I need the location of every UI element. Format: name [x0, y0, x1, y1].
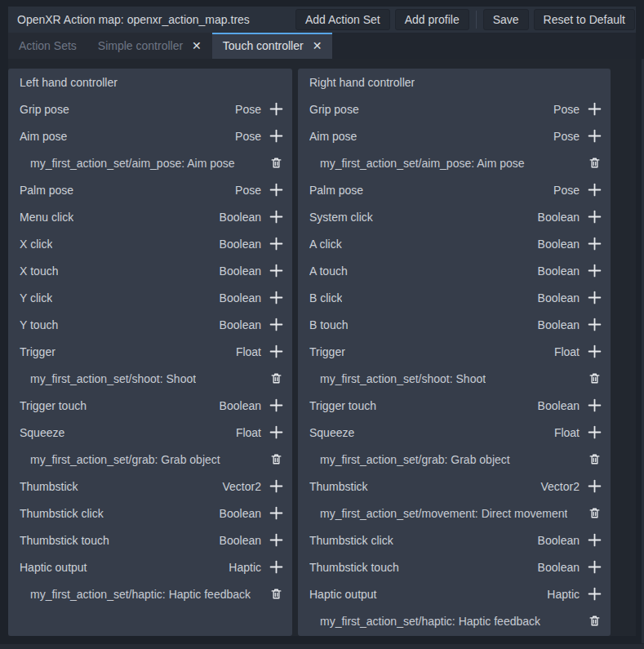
close-tab-icon[interactable]: ✕	[192, 40, 202, 51]
plus-icon	[588, 102, 602, 116]
add-binding-button[interactable]	[584, 234, 604, 254]
add-binding-button[interactable]	[584, 180, 604, 200]
action-type-label: Boolean	[538, 211, 580, 224]
action-type-label: Boolean	[538, 561, 580, 574]
action-row: ThumbstickVector2	[298, 473, 611, 500]
binding-label: my_first_action_set/haptic: Haptic feedb…	[30, 588, 251, 601]
panel-title-row: Right hand controller	[298, 69, 611, 96]
plus-icon	[588, 183, 602, 197]
remove-binding-button[interactable]	[584, 504, 604, 523]
add-binding-button[interactable]	[266, 234, 286, 254]
action-row: Y touchBoolean	[8, 311, 292, 338]
plus-icon	[588, 318, 602, 331]
action-row: Haptic outputHaptic	[298, 580, 611, 607]
remove-binding-button[interactable]	[266, 153, 286, 173]
action-label: A touch	[309, 264, 348, 278]
add-binding-button[interactable]	[584, 477, 604, 496]
action-type-label: Haptic	[547, 588, 580, 601]
remove-binding-button[interactable]	[266, 450, 286, 469]
add-binding-button[interactable]	[584, 585, 604, 604]
add-binding-button[interactable]	[584, 342, 604, 362]
remove-binding-button[interactable]	[266, 585, 286, 604]
add-binding-button[interactable]	[266, 207, 286, 227]
action-row: SqueezeFloat	[298, 419, 611, 446]
add-binding-button[interactable]	[266, 558, 286, 577]
add-binding-button[interactable]	[266, 342, 286, 362]
save-button[interactable]: Save	[483, 9, 529, 30]
action-type-label: Boolean	[538, 318, 580, 331]
action-label: Trigger	[309, 345, 345, 358]
action-type-label: Float	[236, 345, 261, 358]
binding-label: my_first_action_set/shoot: Shoot	[320, 372, 486, 385]
plus-icon	[269, 237, 283, 251]
add-binding-button[interactable]	[584, 100, 604, 119]
remove-binding-button[interactable]	[266, 369, 286, 389]
action-row: A clickBoolean	[298, 230, 611, 257]
add-binding-button[interactable]	[266, 396, 286, 416]
add-binding-button[interactable]	[584, 423, 604, 442]
add-binding-button[interactable]	[266, 288, 286, 308]
action-row: Trigger touchBoolean	[8, 392, 292, 419]
reset-to-default-button[interactable]: Reset to Default	[534, 9, 635, 30]
add-binding-button[interactable]	[266, 477, 286, 496]
bound-action-row: my_first_action_set/grab: Grab object	[8, 446, 292, 473]
action-label: Thumbstick click	[309, 534, 393, 547]
add-binding-button[interactable]	[584, 558, 604, 577]
action-label: Y click	[20, 291, 52, 304]
remove-binding-button[interactable]	[584, 611, 604, 631]
plus-icon	[588, 345, 602, 358]
remove-binding-button[interactable]	[584, 153, 604, 173]
action-label: Squeeze	[20, 426, 64, 439]
add-binding-button[interactable]	[266, 261, 286, 281]
add-binding-button[interactable]	[584, 288, 604, 308]
remove-binding-button[interactable]	[584, 369, 604, 389]
add-binding-button[interactable]	[584, 396, 604, 416]
action-label: Aim pose	[309, 130, 357, 143]
binding-label: my_first_action_set/aim_pose: Aim pose	[30, 157, 235, 170]
action-row: System clickBoolean	[298, 203, 611, 230]
tab-action-sets[interactable]: Action Sets	[8, 33, 87, 59]
add-binding-button[interactable]	[266, 315, 286, 335]
action-label: Thumbstick	[20, 480, 78, 493]
add-binding-button[interactable]	[584, 127, 604, 146]
action-label: Grip pose	[309, 103, 359, 116]
plus-icon	[269, 102, 283, 116]
action-row: Menu clickBoolean	[8, 203, 292, 230]
action-map-title: OpenXR Action map: openxr_action_map.tre…	[17, 13, 291, 26]
action-type-label: Boolean	[538, 534, 580, 547]
remove-binding-button[interactable]	[584, 450, 604, 469]
trash-icon	[588, 507, 601, 519]
add-binding-button[interactable]	[266, 180, 286, 200]
plus-icon	[269, 560, 283, 574]
action-row: A touchBoolean	[298, 257, 611, 284]
close-tab-icon[interactable]: ✕	[313, 40, 322, 51]
add-binding-button[interactable]	[266, 127, 286, 146]
action-label: Thumbstick touch	[20, 534, 109, 547]
add-binding-button[interactable]	[266, 100, 286, 119]
action-row: SqueezeFloat	[8, 419, 292, 446]
add-binding-button[interactable]	[584, 207, 604, 227]
action-label: A click	[309, 238, 342, 251]
action-type-label: Float	[554, 426, 580, 439]
add-binding-button[interactable]	[266, 423, 286, 442]
tab-label: Action Sets	[19, 39, 77, 52]
action-label: Palm pose	[309, 184, 363, 197]
add-binding-button[interactable]	[584, 261, 604, 281]
action-label: Menu click	[20, 211, 73, 224]
add-binding-button[interactable]	[584, 315, 604, 335]
action-row: X clickBoolean	[8, 230, 292, 257]
action-row: B touchBoolean	[298, 311, 611, 338]
action-label: Y touch	[20, 318, 58, 331]
plus-icon	[588, 533, 602, 547]
add-binding-button[interactable]	[584, 531, 604, 550]
action-label: X touch	[20, 264, 58, 278]
tab-simple-controller[interactable]: Simple controller ✕	[87, 33, 212, 59]
add-profile-button[interactable]: Add profile	[395, 9, 469, 30]
tab-touch-controller[interactable]: Touch controller ✕	[212, 33, 333, 59]
add-binding-button[interactable]	[266, 504, 286, 523]
add-binding-button[interactable]	[266, 531, 286, 550]
add-action-set-button[interactable]: Add Action Set	[295, 9, 390, 30]
action-row: Y clickBoolean	[8, 284, 292, 311]
plus-icon	[269, 345, 283, 358]
action-label: System click	[309, 211, 373, 224]
